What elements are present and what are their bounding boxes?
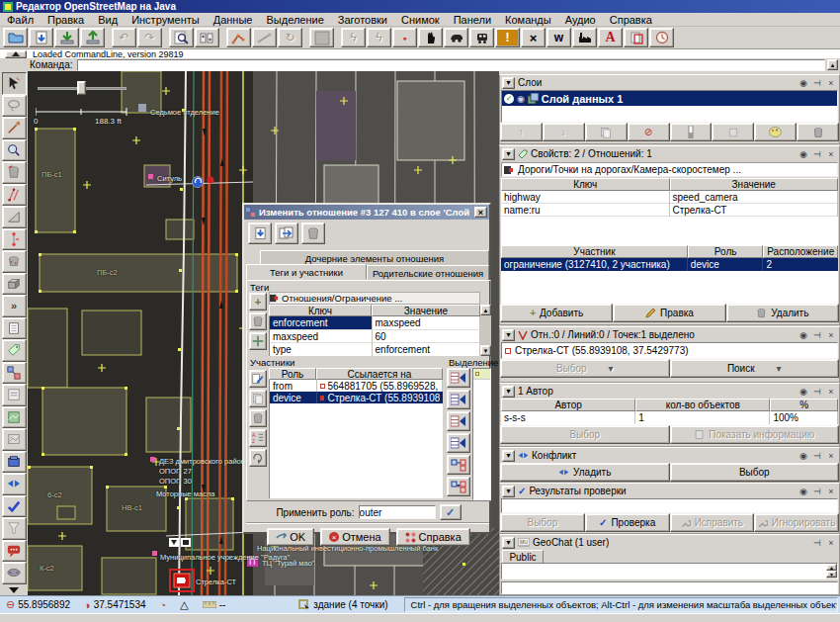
member-header[interactable]: Участник: [501, 245, 688, 258]
property-row[interactable]: highway speed_camera: [501, 191, 838, 204]
download-button[interactable]: [54, 28, 79, 47]
member-row[interactable]: from 564881705 (55.8969528, ...: [270, 380, 443, 392]
command-line-input[interactable]: [77, 59, 825, 71]
pin-icon[interactable]: ⊣: [811, 450, 823, 461]
dropdown-arrow-icon[interactable]: ▾: [609, 363, 614, 374]
sticky-icon[interactable]: ◉: [798, 77, 809, 88]
tag-row[interactable]: enforcement maxspeed: [270, 316, 480, 329]
select-tool[interactable]: [2, 72, 27, 95]
geochat-input[interactable]: [501, 581, 838, 594]
geochat-scrollbar[interactable]: ▲ ▼: [826, 564, 837, 578]
notes-toggle[interactable]: [2, 317, 27, 340]
improve-accuracy-tool[interactable]: [2, 206, 27, 228]
tag-table-scrollbar[interactable]: ▲ ▼: [480, 305, 491, 356]
close-icon[interactable]: ×: [825, 386, 837, 397]
delete-tag-button[interactable]: ×: [521, 28, 546, 47]
selection-search-button[interactable]: Поиск▾: [670, 359, 840, 378]
sticky-icon[interactable]: ◉: [798, 450, 809, 461]
help-button[interactable]: Справка: [396, 528, 470, 546]
menu-file[interactable]: Файл: [0, 13, 41, 27]
save-button[interactable]: [29, 28, 53, 47]
add-tag-button[interactable]: +: [249, 293, 267, 311]
redo-button[interactable]: ↷: [137, 28, 162, 47]
member-sort-button[interactable]: A2: [249, 429, 267, 447]
collapse-button[interactable]: ▾: [502, 77, 515, 89]
controller-toggle[interactable]: [2, 562, 27, 584]
refers-header[interactable]: Ссылается на: [316, 368, 443, 380]
selection-mini-row[interactable]: [473, 369, 490, 380]
visibility-eye-icon[interactable]: ◉: [517, 94, 525, 104]
close-icon[interactable]: ×: [825, 537, 837, 548]
author-header[interactable]: Автор: [501, 399, 635, 411]
marker-button[interactable]: ●: [392, 28, 417, 47]
download-members-button[interactable]: [447, 477, 470, 496]
pin-icon[interactable]: ⊣: [811, 148, 823, 159]
layer-visibility-button[interactable]: ⊘: [628, 123, 670, 141]
member-edit-button[interactable]: [249, 370, 267, 388]
collapse-button[interactable]: ▾: [502, 486, 515, 497]
menu-edit[interactable]: Правка: [41, 13, 91, 27]
close-icon[interactable]: ×: [825, 329, 837, 340]
sync-selection-button[interactable]: [447, 433, 470, 453]
pin-icon[interactable]: ⊣: [811, 537, 823, 548]
edit-property-button[interactable]: Правка: [613, 304, 725, 322]
apply-role-confirm-button[interactable]: ✓: [440, 504, 462, 520]
pin-icon[interactable]: ⊣: [811, 77, 823, 88]
factory-button[interactable]: [572, 28, 597, 47]
property-row[interactable]: name:ru Стрелка-СТ: [501, 204, 838, 217]
pin-icon[interactable]: ⊣: [811, 329, 823, 340]
authors-select-button[interactable]: Выбор: [500, 425, 670, 444]
tag-row[interactable]: type enforcement: [270, 342, 480, 355]
zoom-slider-handle[interactable]: [77, 81, 86, 95]
dialog-apply-button[interactable]: [248, 222, 272, 244]
relations-toggle[interactable]: [2, 362, 27, 385]
conflict-toggle[interactable]: [2, 473, 27, 495]
member-copy-button[interactable]: [249, 390, 267, 407]
upload-button[interactable]: [80, 28, 105, 47]
validation-ignore-button[interactable]: Игнорировать: [754, 513, 839, 532]
refresh-button[interactable]: ↻: [278, 28, 302, 47]
authors-info-button[interactable]: Показать информацию: [670, 425, 840, 444]
geochat-tab-public[interactable]: Public: [502, 550, 544, 563]
delete-property-button[interactable]: Удалить: [726, 304, 839, 322]
value-header[interactable]: Значение: [372, 305, 480, 316]
sync-selection-button[interactable]: [447, 368, 470, 388]
transit-button[interactable]: [469, 28, 494, 47]
member-row-selected[interactable]: device Стрелка-СТ (55.8939108...: [270, 392, 443, 403]
tab-tags-members[interactable]: Теги и участники: [246, 264, 367, 280]
lasso-tool[interactable]: [2, 95, 27, 118]
tags-toggle[interactable]: [2, 339, 27, 362]
validator-toggle[interactable]: [2, 495, 27, 518]
sticky-icon[interactable]: ◉: [798, 386, 809, 397]
pin-icon[interactable]: ⊣: [811, 486, 823, 496]
command-history-button[interactable]: ▴: [827, 59, 838, 70]
copy-tags-button[interactable]: [624, 28, 648, 47]
member-delete-button[interactable]: [249, 409, 267, 427]
menu-windows[interactable]: Панели: [447, 13, 498, 27]
layer-row[interactable]: ✓ ◉ Слой данных 1: [502, 91, 837, 106]
delete-tool[interactable]: [2, 161, 27, 184]
ok-button[interactable]: OK: [267, 528, 314, 546]
open-button[interactable]: [3, 28, 28, 47]
properties-preset-row[interactable]: Дороги/Точки на дорогах/Камера-скоростем…: [501, 162, 838, 177]
extrude-tool[interactable]: [2, 273, 27, 296]
layer-up-button[interactable]: ↑: [500, 123, 543, 141]
scroll-down-icon[interactable]: ▼: [826, 571, 837, 578]
dialog-delete-button[interactable]: [301, 222, 325, 244]
filter-toggle[interactable]: [2, 517, 27, 540]
download-members-button[interactable]: [447, 455, 470, 475]
pin-icon[interactable]: ⊣: [811, 386, 823, 397]
percent-header[interactable]: %: [770, 399, 838, 411]
validation-fix-button[interactable]: Исправить: [670, 513, 755, 532]
close-icon[interactable]: ×: [825, 450, 837, 461]
collapse-button[interactable]: ▾: [502, 450, 515, 462]
tms-button[interactable]: ϟ: [367, 28, 391, 47]
wms-button[interactable]: ϟ: [341, 28, 366, 47]
selection-select-button[interactable]: Выбор▾: [500, 359, 670, 378]
delete-gps-tool[interactable]: [2, 250, 27, 273]
edit-way-button[interactable]: [252, 28, 277, 47]
imagery-toggle[interactable]: [2, 428, 27, 451]
layer-duplicate-button[interactable]: [712, 123, 754, 141]
menu-tools[interactable]: Инструменты: [125, 13, 207, 27]
member-reverse-button[interactable]: [249, 449, 267, 467]
